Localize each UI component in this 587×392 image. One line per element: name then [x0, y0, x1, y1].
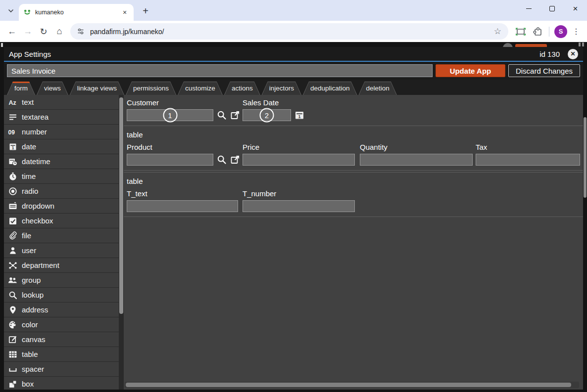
quantity-input[interactable] — [360, 154, 473, 166]
radio-icon — [8, 187, 17, 196]
table-section-title: table — [127, 177, 580, 185]
tab-injectors[interactable]: injectors — [262, 82, 301, 95]
reload-button[interactable]: ↻ — [36, 24, 51, 40]
svg-text:09: 09 — [8, 129, 15, 135]
site-info-icon[interactable] — [76, 27, 85, 36]
tab-title: kumaneko — [35, 9, 116, 16]
search-icon[interactable] — [217, 155, 227, 165]
screenshot-icon — [515, 27, 526, 37]
address-bar[interactable]: pandafirm.jp/kumaneko/ ☆ — [70, 23, 508, 40]
palette-scrollbar[interactable] — [119, 95, 124, 390]
tab-actions[interactable]: actions — [224, 82, 260, 95]
field-t-number[interactable]: T_number — [243, 189, 360, 212]
magnifier-icon — [8, 291, 17, 300]
datetime-icon — [8, 157, 17, 166]
tab-permissions[interactable]: permissions — [126, 82, 176, 95]
palette-item-file[interactable]: file — [4, 228, 119, 243]
field-price[interactable]: Price — [243, 143, 360, 166]
external-link-icon[interactable] — [230, 155, 240, 165]
palette-item-table[interactable]: table — [4, 347, 119, 361]
profile-avatar[interactable]: S — [554, 25, 567, 38]
app-name-input[interactable] — [7, 64, 433, 77]
canvas-horizontal-scrollbar[interactable] — [125, 382, 579, 388]
modal-header: App Settings id 130 ✕ — [4, 47, 583, 62]
browser-menu-button[interactable]: ⋮ — [569, 27, 583, 36]
chevron-down-icon — [7, 7, 14, 14]
screenshot-tool-button[interactable] — [512, 23, 529, 40]
bookmark-star-icon[interactable]: ☆ — [494, 26, 502, 37]
table-section-1: table Product Price — [124, 126, 583, 171]
modal-close-button[interactable]: ✕ — [568, 49, 578, 59]
tab-close-icon[interactable]: × — [120, 8, 129, 17]
field-quantity[interactable]: Quantity — [360, 143, 476, 166]
field-product[interactable]: Product — [127, 143, 243, 166]
t-number-input[interactable] — [243, 200, 355, 212]
tab-deduplication[interactable]: deduplication — [303, 82, 357, 95]
tab-views[interactable]: views — [37, 82, 68, 95]
minimize-button[interactable] — [517, 0, 540, 17]
field-tax[interactable]: Tax — [476, 143, 580, 166]
new-tab-button[interactable]: + — [139, 4, 152, 18]
update-app-button[interactable]: Update App — [436, 64, 505, 77]
palette-item-number[interactable]: 09 number — [4, 125, 119, 139]
window-close-button[interactable]: × — [564, 0, 587, 17]
browser-tab[interactable]: kumaneko × — [19, 4, 134, 21]
field-t-text[interactable]: T_text — [127, 189, 243, 212]
forward-button[interactable]: → — [20, 24, 36, 40]
time-icon — [8, 172, 17, 181]
tab-search-button[interactable] — [4, 4, 18, 18]
org-network-icon — [8, 261, 17, 270]
palette-icon — [8, 320, 17, 329]
palette-item-time[interactable]: time — [4, 169, 119, 183]
palette-item-lookup[interactable]: lookup — [4, 288, 119, 302]
palette-item-radio[interactable]: radio — [4, 184, 119, 198]
tax-input[interactable] — [476, 154, 580, 166]
product-input[interactable] — [127, 154, 213, 166]
group-icon — [8, 276, 17, 285]
palette-item-department[interactable]: department — [4, 258, 119, 272]
palette-item-color[interactable]: color — [4, 317, 119, 332]
page-vertical-scrollbar[interactable] — [584, 117, 587, 198]
window-close-icon: × — [573, 4, 578, 13]
form-header-section: Customer 1 Sales Date — [124, 95, 583, 126]
extensions-button[interactable] — [529, 23, 546, 40]
tab-deletion[interactable]: deletion — [359, 82, 397, 95]
palette-item-datetime[interactable]: datetime — [4, 154, 119, 169]
palette-item-spacer[interactable]: spacer — [4, 362, 119, 376]
maximize-button[interactable] — [540, 0, 564, 17]
app-id-badge: id 130 — [539, 50, 560, 58]
palette-item-box[interactable]: box — [4, 377, 119, 390]
table-section-2: table T_text T_number — [124, 172, 583, 217]
tab-customize[interactable]: customize — [178, 82, 223, 95]
screen: kumaneko × + × ← → ↻ ⌂ pandafirm.jp/kuma… — [0, 0, 587, 392]
search-icon[interactable] — [217, 110, 227, 120]
sales-date-input[interactable]: 2 — [243, 109, 291, 121]
price-input[interactable] — [243, 154, 355, 166]
customer-input[interactable]: 1 — [127, 109, 213, 121]
modal-title: App Settings — [9, 50, 51, 58]
textarea-icon — [8, 113, 17, 122]
tab-linkage-views[interactable]: linkage views — [70, 82, 124, 95]
palette-item-canvas[interactable]: canvas — [4, 332, 119, 347]
spacer-icon — [8, 365, 17, 374]
palette-item-dropdown[interactable]: dropdown — [4, 199, 119, 213]
palette-item-user[interactable]: user — [4, 243, 119, 258]
discard-changes-button[interactable]: Discard Changes — [508, 64, 580, 77]
palette-item-group[interactable]: group — [4, 273, 119, 287]
home-button[interactable]: ⌂ — [51, 24, 67, 40]
palette-item-text[interactable]: Az text — [4, 95, 119, 109]
t-text-input[interactable] — [127, 200, 238, 212]
palette-item-address[interactable]: address — [4, 303, 119, 317]
external-link-icon[interactable] — [230, 110, 240, 120]
tab-form[interactable]: form — [7, 82, 35, 95]
app-name-row: Update App Discard Changes — [4, 62, 583, 80]
canvas-horizontal-scrollbar-thumb[interactable] — [126, 383, 571, 387]
field-customer[interactable]: Customer 1 — [127, 98, 243, 121]
back-button[interactable]: ← — [4, 24, 20, 40]
palette-scrollbar-thumb[interactable] — [119, 97, 123, 314]
palette-item-checkbox[interactable]: checkbox — [4, 214, 119, 228]
field-sales-date[interactable]: Sales Date 2 1 — [243, 98, 304, 121]
calendar-icon[interactable]: 1 — [294, 110, 304, 120]
palette-item-date[interactable]: 1 date — [4, 139, 119, 154]
palette-item-textarea[interactable]: textarea — [4, 110, 119, 124]
